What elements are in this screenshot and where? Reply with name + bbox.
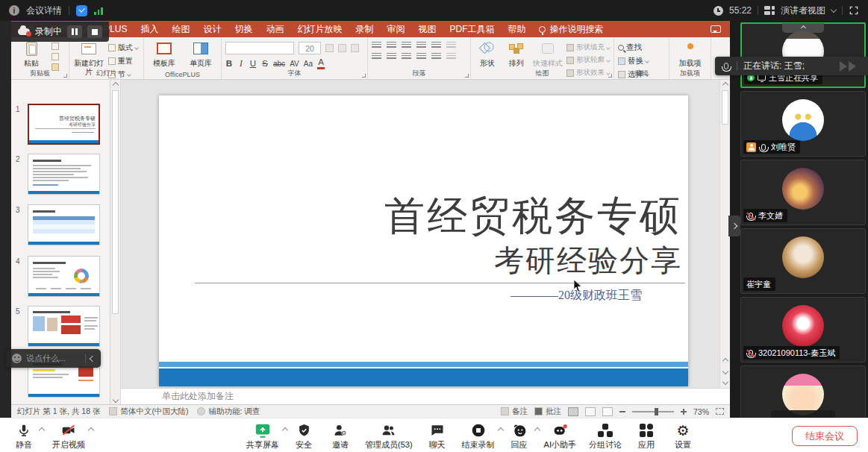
tab-transitions[interactable]: 切换 — [228, 21, 259, 37]
participant-tile-2[interactable]: 刘唯贤 — [740, 91, 866, 157]
zoom-in-icon[interactable] — [681, 409, 687, 415]
shapes-button[interactable]: 形状 — [475, 40, 500, 68]
scrollbar-thumb[interactable] — [722, 90, 728, 125]
notes-placeholder[interactable]: 单击此处添加备注 — [162, 390, 234, 403]
reset-button[interactable]: 重置 — [108, 56, 138, 66]
comments-toggle[interactable]: 批注 — [534, 407, 561, 417]
quick-styles-button[interactable]: 快速样式 — [533, 40, 563, 68]
convert-smartart-icon[interactable] — [446, 53, 456, 60]
zoom-slider-knob[interactable] — [655, 408, 658, 415]
shape-outline-button[interactable]: 形状轮廓 — [566, 55, 610, 65]
slide-title[interactable]: 首经贸税务专硕 — [384, 189, 682, 244]
paragraph-dialog-launcher[interactable] — [465, 74, 469, 78]
accessibility-status[interactable]: 辅助功能: 调查 — [197, 407, 260, 417]
align-center-icon[interactable] — [387, 53, 396, 60]
current-slide[interactable]: 首经贸税务专硕 考研经验分享 ————20级财政班王雪 — [159, 95, 688, 386]
slide-thumbnail-2[interactable] — [28, 154, 100, 195]
slide-thumbnail-3[interactable] — [28, 204, 100, 245]
tab-view[interactable]: 视图 — [411, 21, 443, 37]
thumbnail-scrollbar[interactable] — [110, 80, 121, 404]
chat-button[interactable]: 聊天 — [425, 421, 449, 451]
tab-pdf-tools[interactable]: PDF工具箱 — [443, 21, 501, 37]
slide-thumbnail-5[interactable] — [28, 306, 100, 347]
bold-button[interactable]: B — [225, 59, 233, 68]
layout-button[interactable]: 版式 — [108, 43, 138, 53]
pause-recording-button[interactable] — [67, 25, 82, 38]
scroll-up-icon[interactable] — [110, 80, 120, 90]
next-slide-icon[interactable] — [720, 366, 730, 376]
security-button[interactable]: 安全 — [292, 421, 316, 451]
slide-thumbnail-1[interactable]: 首经贸税务专硕 考研经验分享 — [28, 104, 100, 145]
stop-recording-icon-button[interactable] — [87, 25, 102, 38]
copy-icon[interactable] — [51, 53, 59, 60]
strikethrough-button[interactable]: S — [261, 59, 269, 68]
mute-options-caret[interactable] — [39, 427, 45, 433]
line-spacing-icon[interactable] — [431, 42, 441, 49]
shrink-font-icon[interactable] — [338, 44, 346, 52]
scroll-down-icon[interactable] — [110, 395, 120, 404]
info-icon[interactable]: i — [9, 5, 19, 16]
breakout-rooms-button[interactable]: 分组讨论 — [589, 421, 622, 451]
zoom-slider[interactable] — [632, 411, 674, 412]
columns-icon[interactable] — [431, 53, 441, 60]
mute-button[interactable]: 静音 — [12, 421, 36, 451]
ai-assistant-button[interactable]: AI小助手 — [544, 421, 576, 451]
view-mode-selector[interactable]: 演讲者视图 — [781, 4, 825, 17]
recording-options-caret[interactable] — [497, 427, 503, 433]
character-spacing-button[interactable]: AV — [290, 60, 299, 68]
collapse-tile-button[interactable] — [782, 23, 824, 33]
security-shield-icon[interactable] — [76, 5, 87, 16]
change-case-button[interactable]: Aa — [304, 60, 313, 68]
tab-slideshow[interactable]: 幻灯片放映 — [290, 21, 349, 37]
find-button[interactable]: 查找 — [618, 43, 649, 53]
tab-design[interactable]: 设计 — [196, 21, 228, 37]
apps-button[interactable]: 应用 — [634, 421, 658, 451]
previous-slide-icon[interactable] — [720, 356, 730, 365]
tell-me-search[interactable]: 操作说明搜索 — [532, 23, 610, 36]
clear-formatting-icon[interactable] — [351, 44, 359, 52]
tab-review[interactable]: 审阅 — [380, 21, 411, 37]
manage-members-button[interactable]: 管理成员(53) — [365, 421, 413, 451]
collapse-chat-icon[interactable] — [90, 355, 96, 361]
tab-help[interactable]: 帮助 — [501, 21, 532, 37]
numbering-icon[interactable] — [387, 42, 396, 49]
reading-view-button[interactable] — [602, 407, 613, 416]
font-color-button[interactable]: A — [317, 58, 325, 69]
tab-draw[interactable]: 绘图 — [165, 21, 196, 37]
slide-thumbnail-4[interactable] — [28, 256, 100, 297]
participant-tile-1[interactable]: 王雪正在共享 — [740, 22, 866, 88]
increase-indent-icon[interactable] — [416, 42, 426, 49]
end-meeting-button[interactable]: 结束会议 — [792, 426, 858, 446]
grow-font-icon[interactable] — [325, 44, 334, 52]
text-direction-icon[interactable] — [446, 42, 456, 49]
tab-record[interactable]: 录制 — [349, 21, 380, 37]
shape-fill-button[interactable]: 形状填充 — [566, 43, 610, 52]
camera-options-caret[interactable] — [88, 427, 94, 433]
slide-subtitle[interactable]: 考研经验分享 — [494, 240, 682, 281]
zoom-level[interactable]: 73% — [693, 407, 709, 416]
sidebar-expand-handle[interactable] — [728, 216, 740, 236]
paste-button[interactable]: 粘贴 — [15, 40, 48, 68]
zoom-out-icon[interactable] — [619, 411, 625, 412]
reactions-button[interactable]: 回应 — [508, 421, 531, 451]
chevron-down-icon[interactable] — [831, 6, 837, 12]
settings-button[interactable]: ⚙ 设置 — [671, 421, 695, 451]
clipboard-dialog-launcher[interactable] — [63, 74, 67, 78]
cut-icon[interactable] — [51, 43, 59, 50]
scroll-down-icon[interactable] — [720, 377, 730, 386]
drawing-dialog-launcher[interactable] — [608, 74, 612, 78]
slide-sorter-view-button[interactable] — [585, 407, 596, 416]
template-library-button[interactable]: 模板库 — [148, 40, 181, 68]
single-page-library-button[interactable]: 单页库 — [184, 40, 217, 68]
comments-icon[interactable] — [711, 25, 721, 33]
arrange-button[interactable]: 排列 — [504, 40, 529, 68]
tab-insert[interactable]: 插入 — [134, 21, 165, 37]
scrollbar-thumb[interactable] — [112, 90, 119, 314]
notes-toggle[interactable]: 备注 — [501, 407, 528, 417]
strikethrough-abc-button[interactable]: abc — [273, 60, 285, 68]
language-status[interactable]: 简体中文(中国大陆) — [109, 407, 188, 417]
notes-pane[interactable]: 单击此处添加备注 — [121, 388, 730, 404]
underline-button[interactable]: U — [249, 59, 257, 68]
slide-canvas[interactable]: 首经贸税务专硕 考研经验分享 ————20级财政班王雪 — [121, 80, 719, 388]
font-dialog-launcher[interactable] — [362, 74, 366, 78]
